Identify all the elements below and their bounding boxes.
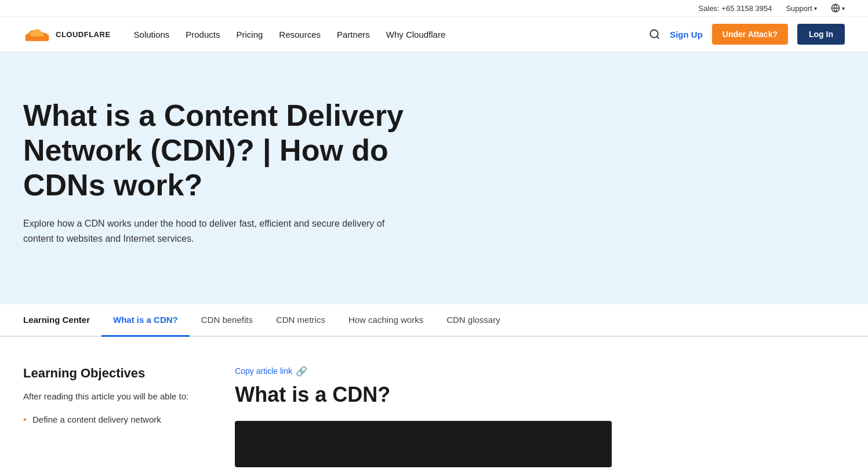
tabs-navigation: Learning Center What is a CDN? CDN benef… xyxy=(0,304,868,337)
support-chevron-icon: ▾ xyxy=(814,5,817,12)
logo[interactable]: CLOUDFLARE xyxy=(23,26,111,43)
svg-line-10 xyxy=(657,37,659,39)
logo-text: CLOUDFLARE xyxy=(56,30,111,39)
tab-cdn-glossary[interactable]: CDN glossary xyxy=(435,304,512,337)
search-icon xyxy=(649,28,660,40)
tab-what-is-cdn[interactable]: What is a CDN? xyxy=(101,304,190,337)
header-actions: Sign Up Under Attack? Log In xyxy=(649,24,845,45)
sales-number: Sales: +65 3158 3954 xyxy=(699,4,772,13)
nav-partners[interactable]: Partners xyxy=(337,30,370,39)
hero-description: Explore how a CDN works under the hood t… xyxy=(23,216,394,246)
search-button[interactable] xyxy=(649,28,660,40)
svg-point-9 xyxy=(651,30,658,38)
content-area: Learning Objectives After reading this a… xyxy=(0,337,812,469)
hero-title: What is a Content Delivery Network (CDN)… xyxy=(23,99,417,202)
article-content: Copy article link 🔗 What is a CDN? xyxy=(235,366,789,467)
tab-cdn-metrics[interactable]: CDN metrics xyxy=(264,304,337,337)
nav-resources[interactable]: Resources xyxy=(279,30,321,39)
tab-how-caching-works[interactable]: How caching works xyxy=(337,304,435,337)
cloudflare-logo-icon xyxy=(23,26,51,43)
top-bar: Sales: +65 3158 3954 Support ▾ ▾ xyxy=(0,0,868,17)
copy-article-link[interactable]: Copy article link 🔗 xyxy=(235,366,789,377)
svg-rect-8 xyxy=(25,37,49,41)
globe-icon xyxy=(831,3,840,13)
article-image xyxy=(235,421,612,467)
nav-pricing[interactable]: Pricing xyxy=(236,30,263,39)
hero-section: What is a Content Delivery Network (CDN)… xyxy=(0,52,868,304)
tab-learning-center[interactable]: Learning Center xyxy=(23,304,101,337)
globe-chevron-icon: ▾ xyxy=(842,5,845,12)
learning-objectives-intro: After reading this article you will be a… xyxy=(23,390,188,403)
learning-objectives-list: Define a content delivery network xyxy=(23,412,188,427)
main-header: CLOUDFLARE Solutions Products Pricing Re… xyxy=(0,17,868,52)
nav-products[interactable]: Products xyxy=(186,30,220,39)
copy-link-label: Copy article link xyxy=(235,366,292,376)
log-in-button[interactable]: Log In xyxy=(797,24,845,45)
nav-why-cloudflare[interactable]: Why Cloudflare xyxy=(386,30,446,39)
under-attack-button[interactable]: Under Attack? xyxy=(712,24,788,45)
support-link[interactable]: Support ▾ xyxy=(786,4,817,13)
learning-objectives-panel: Learning Objectives After reading this a… xyxy=(23,366,188,467)
main-nav: Solutions Products Pricing Resources Par… xyxy=(134,30,649,39)
nav-solutions[interactable]: Solutions xyxy=(134,30,170,39)
tab-cdn-benefits[interactable]: CDN benefits xyxy=(190,304,264,337)
learning-objectives-heading: Learning Objectives xyxy=(23,366,188,381)
list-item: Define a content delivery network xyxy=(23,412,188,427)
link-icon: 🔗 xyxy=(296,366,307,377)
article-title: What is a CDN? xyxy=(235,383,789,407)
language-selector[interactable]: ▾ xyxy=(831,3,845,13)
sign-up-button[interactable]: Sign Up xyxy=(670,30,703,39)
